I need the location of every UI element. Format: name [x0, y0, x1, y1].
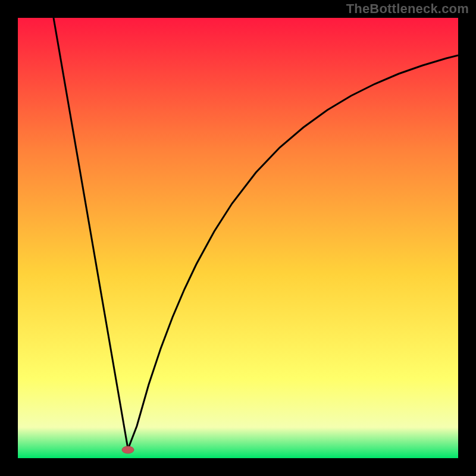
watermark-text: TheBottleneck.com [346, 1, 469, 17]
minimum-marker [122, 446, 134, 453]
chart-canvas-frame: TheBottleneck.com [0, 0, 476, 476]
gradient-background [18, 18, 458, 458]
plot-area [18, 18, 458, 458]
chart-svg [18, 18, 458, 458]
